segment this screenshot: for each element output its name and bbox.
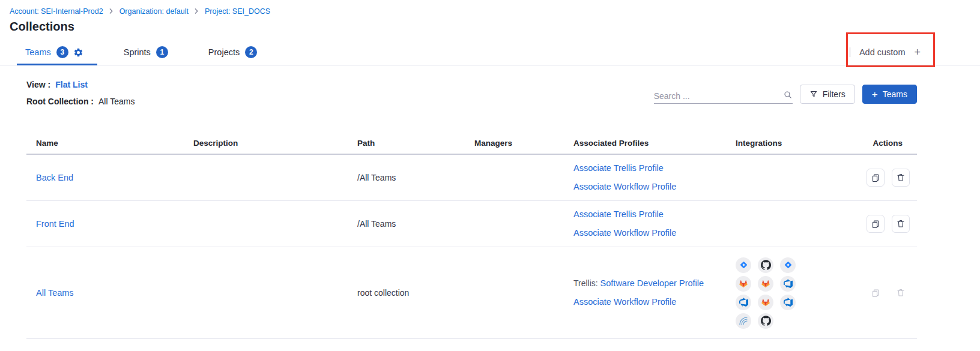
trash-icon: [896, 173, 906, 182]
filters-button-label: Filters: [823, 89, 845, 99]
breadcrumb-account-link[interactable]: Account: SEI-Internal-Prod2: [10, 7, 103, 16]
delete-button[interactable]: [892, 215, 910, 233]
tab-sprints[interactable]: Sprints1: [124, 46, 168, 58]
copy-icon: [871, 173, 881, 183]
copy-button[interactable]: [867, 284, 885, 302]
column-header-name: Name: [26, 131, 184, 154]
copy-button[interactable]: [867, 215, 885, 233]
tab-label: Projects: [208, 47, 240, 57]
cell-associated-profiles: Associate Trellis ProfileAssociate Workf…: [564, 208, 726, 239]
breadcrumb-organization-link[interactable]: Organization: default: [119, 7, 189, 16]
copy-icon: [871, 219, 881, 229]
cell-actions: [825, 215, 917, 233]
controls-bar: View : Flat List Root Collection : All T…: [26, 80, 917, 118]
azure-devops-icon: [780, 295, 796, 310]
add-custom-button[interactable]: Add custom +: [850, 47, 921, 57]
jira-icon: [736, 257, 751, 273]
copy-icon: [871, 288, 881, 298]
tab-bar: Teams3Sprints1Projects2 Add custom +: [0, 40, 980, 65]
azure-devops-icon: [736, 295, 751, 310]
gitlab-icon: [758, 295, 773, 310]
github-icon: [758, 313, 773, 329]
column-header-associated-profiles: Associated Profiles: [564, 131, 726, 154]
view-flat-list-link[interactable]: Flat List: [55, 80, 88, 89]
jira-icon: [780, 257, 796, 273]
page-title: Collections: [10, 19, 980, 34]
cell-integrations: [726, 257, 825, 329]
sonarqube-icon: [736, 313, 751, 329]
delete-button[interactable]: [892, 284, 910, 302]
cell-associated-profiles: Trellis: Software Developer ProfileAssoc…: [564, 277, 726, 308]
profile-line: Associate Trellis Profile: [573, 208, 726, 221]
tab-count-badge: 3: [56, 46, 68, 58]
gitlab-icon: [758, 276, 773, 292]
cell-name: Front End: [26, 219, 184, 229]
cell-actions: [825, 284, 917, 302]
cell-associated-profiles: Associate Trellis ProfileAssociate Workf…: [564, 162, 726, 193]
profile-link[interactable]: Associate Trellis Profile: [573, 209, 664, 219]
filter-funnel-icon: [809, 90, 818, 98]
tab-projects[interactable]: Projects2: [208, 46, 257, 58]
profile-line: Associate Workflow Profile: [573, 296, 726, 308]
collections-table: NameDescriptionPathManagersAssociated Pr…: [26, 131, 917, 339]
search-input[interactable]: [654, 91, 783, 101]
table-row: All Teamsroot collectionTrellis: Softwar…: [26, 247, 917, 339]
trash-icon: [896, 288, 906, 298]
view-label: View :: [26, 80, 50, 89]
table-row: Back End/All TeamsAssociate Trellis Prof…: [26, 155, 917, 201]
profile-link[interactable]: Software Developer Profile: [600, 278, 704, 288]
cell-path: root collection: [348, 288, 465, 298]
integrations-grid: [736, 257, 825, 329]
delete-button[interactable]: [892, 169, 910, 187]
profile-link[interactable]: Associate Workflow Profile: [573, 228, 676, 238]
table-header-row: NameDescriptionPathManagersAssociated Pr…: [26, 131, 917, 155]
table-row: Front End/All TeamsAssociate Trellis Pro…: [26, 201, 917, 247]
github-icon: [758, 257, 773, 273]
profile-link[interactable]: Associate Workflow Profile: [573, 297, 676, 307]
filters-button[interactable]: Filters: [800, 85, 855, 104]
profile-link[interactable]: Associate Trellis Profile: [573, 163, 664, 173]
profile-prefix: Trellis:: [573, 278, 600, 288]
profile-line: Associate Workflow Profile: [573, 227, 726, 239]
collection-name-link[interactable]: All Teams: [36, 288, 74, 298]
add-custom-label: Add custom: [859, 47, 906, 57]
tab-count-badge: 1: [156, 46, 168, 58]
breadcrumb: Account: SEI-Internal-Prod2 Organization…: [0, 0, 980, 16]
profile-link[interactable]: Associate Workflow Profile: [573, 182, 676, 191]
gear-icon[interactable]: [73, 47, 83, 58]
teams-button-label: Teams: [883, 89, 907, 99]
tab-count-badge: 2: [245, 46, 257, 58]
search-icon[interactable]: [783, 90, 793, 101]
trash-icon: [896, 219, 906, 229]
cell-path: /All Teams: [348, 173, 465, 182]
tab-label: Sprints: [124, 47, 151, 57]
column-header-integrations: Integrations: [726, 131, 825, 154]
plus-icon: +: [914, 48, 921, 56]
copy-button[interactable]: [867, 169, 885, 187]
column-header-actions: Actions: [825, 131, 917, 154]
cell-path: /All Teams: [348, 219, 465, 229]
profile-line: Trellis: Software Developer Profile: [573, 277, 726, 290]
root-collection-label: Root Collection :: [26, 97, 94, 106]
separator-pipe: [850, 47, 850, 57]
tab-teams[interactable]: Teams3: [25, 46, 83, 58]
root-collection-value: All Teams: [98, 97, 135, 106]
collection-name-link[interactable]: Back End: [36, 173, 73, 182]
gitlab-icon: [736, 276, 751, 292]
breadcrumb-project-link[interactable]: Project: SEI_DOCS: [205, 7, 270, 16]
azure-devops-icon: [780, 276, 796, 292]
active-tab-underline: [17, 64, 97, 65]
add-teams-button[interactable]: + Teams: [862, 85, 917, 104]
profile-line: Associate Workflow Profile: [573, 181, 726, 193]
search-box: [654, 85, 793, 104]
cell-name: Back End: [26, 173, 184, 182]
collection-name-link[interactable]: Front End: [36, 219, 74, 229]
plus-icon: +: [872, 90, 878, 99]
cell-name: All Teams: [26, 288, 184, 298]
column-header-managers: Managers: [465, 131, 564, 154]
column-header-path: Path: [348, 131, 465, 154]
column-header-description: Description: [184, 131, 348, 154]
chevron-right-icon: [194, 8, 199, 14]
profile-line: Associate Trellis Profile: [573, 162, 726, 175]
tab-label: Teams: [25, 47, 51, 57]
